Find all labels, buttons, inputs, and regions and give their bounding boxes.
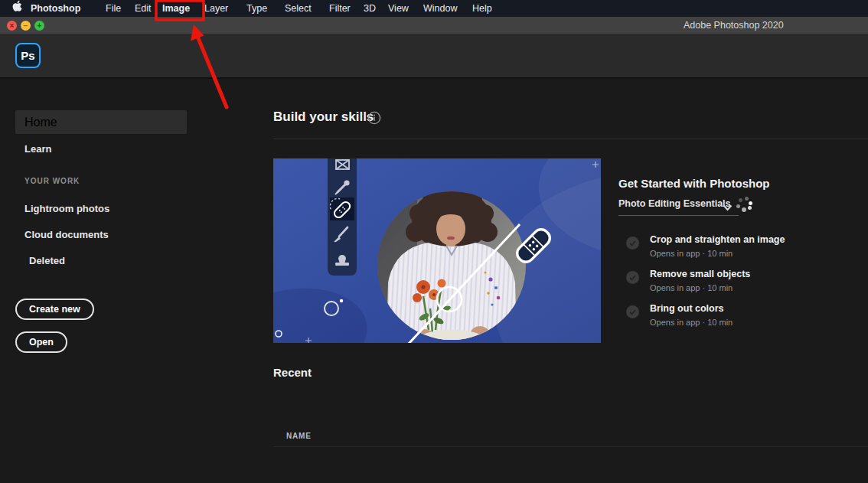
task-meta: Opens in app · 10 min xyxy=(650,282,750,294)
check-circle-icon xyxy=(626,305,639,318)
menu-item-photoshop[interactable]: Photoshop xyxy=(31,0,80,17)
menu-item-image[interactable]: Image xyxy=(162,0,190,17)
recent-header-divider xyxy=(273,446,868,447)
menu-item-view[interactable]: View xyxy=(388,0,409,17)
menu-item-edit[interactable]: Edit xyxy=(135,0,152,17)
info-icon[interactable] xyxy=(367,111,381,125)
menu-item-layer[interactable]: Layer xyxy=(204,0,228,17)
task-title: Crop and straighten an image xyxy=(650,233,785,246)
task-meta: Opens in app · 10 min xyxy=(650,248,785,259)
tutorial-set-dropdown[interactable]: Photo Editing Essentials xyxy=(618,198,731,209)
recent-title: Recent xyxy=(273,366,312,379)
recent-column-name: NAME xyxy=(286,432,312,440)
check-circle-icon xyxy=(626,271,639,284)
app-header: Ps xyxy=(0,34,868,79)
menu-item-select[interactable]: Select xyxy=(285,0,312,17)
photoshop-home-screen: Photoshop File Edit Image Layer Type Sel… xyxy=(0,0,868,483)
task-meta: Opens in app · 10 min xyxy=(650,317,733,328)
build-your-skills-title: Build your skills xyxy=(273,109,374,125)
sidebar-item-cloud-documents[interactable]: Cloud documents xyxy=(24,229,109,240)
sidebar-item-home[interactable]: Home xyxy=(15,110,187,134)
get-started-title: Get Started with Photoshop xyxy=(618,177,770,190)
create-new-button[interactable]: Create new xyxy=(15,299,94,320)
task-title: Remove small objects xyxy=(650,268,750,280)
window-title-bar: × − + Adobe Photoshop 2020 xyxy=(0,17,868,34)
window-title: Adobe Photoshop 2020 xyxy=(684,17,784,34)
sidebar-item-learn[interactable]: Learn xyxy=(24,143,51,155)
menu-item-window[interactable]: Window xyxy=(423,0,457,17)
hero-toolbar xyxy=(326,158,357,276)
close-window-button[interactable]: × xyxy=(7,21,17,31)
selected-tool-highlight xyxy=(330,197,354,220)
dropdown-underline xyxy=(618,215,739,216)
task-crop-and-straighten[interactable]: Crop and straighten an image Opens in ap… xyxy=(626,233,856,259)
sidebar-item-lightroom-photos[interactable]: Lightroom photos xyxy=(24,203,109,214)
sidebar-section-your-work: YOUR WORK xyxy=(24,177,80,185)
check-circle-icon xyxy=(626,237,639,250)
menu-item-file[interactable]: File xyxy=(106,0,121,17)
tutorial-hero-image[interactable] xyxy=(273,158,601,343)
apple-icon[interactable] xyxy=(12,0,22,17)
task-remove-small-objects[interactable]: Remove small objects Opens in app · 10 m… xyxy=(626,268,856,294)
task-title: Bring out colors xyxy=(650,302,733,315)
macos-menu-bar: Photoshop File Edit Image Layer Type Sel… xyxy=(0,0,868,17)
photoshop-logo: Ps xyxy=(15,43,41,68)
skills-divider xyxy=(273,139,868,139)
chevron-down-icon[interactable] xyxy=(723,201,733,214)
menu-item-help[interactable]: Help xyxy=(472,0,492,17)
minimize-window-button[interactable]: − xyxy=(21,21,31,31)
menu-item-type[interactable]: Type xyxy=(246,0,267,17)
menu-item-filter[interactable]: Filter xyxy=(329,0,351,17)
zoom-window-button[interactable]: + xyxy=(34,21,44,31)
task-bring-out-colors[interactable]: Bring out colors Opens in app · 10 min xyxy=(626,302,856,328)
menu-item-3d[interactable]: 3D xyxy=(364,0,376,17)
loading-spinner-icon xyxy=(735,196,753,214)
open-button[interactable]: Open xyxy=(15,331,67,353)
sidebar-item-home-label: Home xyxy=(24,116,57,129)
sidebar-item-deleted[interactable]: Deleted xyxy=(29,255,65,266)
